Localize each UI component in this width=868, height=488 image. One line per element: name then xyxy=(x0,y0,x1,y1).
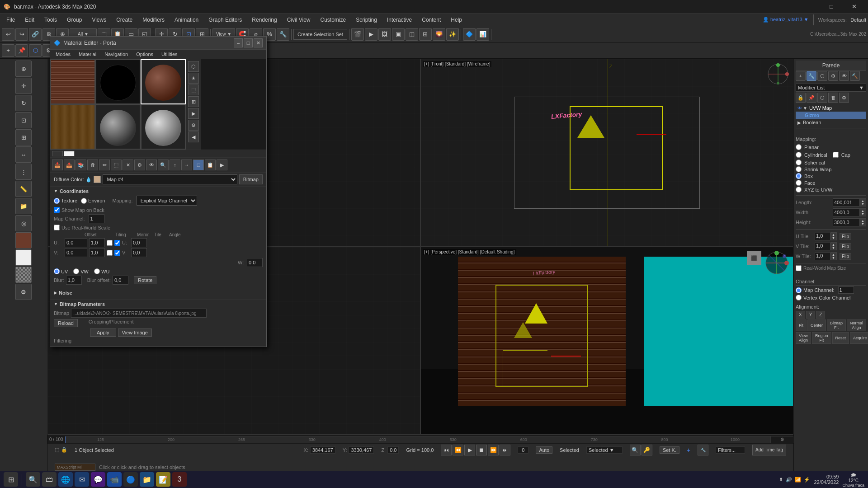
create-tab[interactable]: + xyxy=(796,71,806,81)
w-flip-button[interactable]: Flip xyxy=(840,253,851,260)
selected-dropdown[interactable]: Selected ▼ xyxy=(586,446,623,454)
u-tile-input[interactable]: 1,0 ▲▼ xyxy=(815,232,837,240)
create-selection-set-button[interactable]: Create Selection Set xyxy=(293,29,347,40)
mat-select-prev[interactable]: ◀ xyxy=(188,131,199,142)
swatch2[interactable] xyxy=(64,151,75,156)
width-value[interactable]: 4000,0 xyxy=(833,208,860,216)
left-move[interactable]: ✛ xyxy=(15,78,32,94)
mat-menu-options[interactable]: Options xyxy=(132,51,157,58)
render-prod[interactable]: ▣ xyxy=(392,28,405,41)
lock-mod[interactable]: 🔒 xyxy=(796,93,806,103)
set-key-button[interactable]: Set K. xyxy=(660,446,679,454)
select-by-material[interactable]: ⬚ xyxy=(111,160,122,170)
sticky-taskbar[interactable]: 📝 xyxy=(156,472,170,487)
face-radio[interactable]: Face xyxy=(796,180,866,186)
bitmap-params-header[interactable]: ▼ Bitmap Parameters xyxy=(54,301,263,307)
mat-sample-uv[interactable]: ⊞ xyxy=(188,96,199,107)
menu-customize[interactable]: Customize xyxy=(316,14,351,26)
align-x-btn[interactable]: X xyxy=(796,311,805,319)
tray-icon4[interactable]: ⚡ xyxy=(804,477,810,483)
normal-align-btn[interactable]: Normal Align xyxy=(847,319,866,331)
mat-slot-sphere-gray[interactable] xyxy=(95,104,141,150)
height-spinner[interactable]: ▲▼ xyxy=(860,218,866,226)
play-button[interactable]: ▶ xyxy=(464,445,475,455)
goto-end[interactable]: ⏭ xyxy=(500,445,510,455)
planar-radio[interactable]: Planar xyxy=(796,144,866,150)
real-world-map-size[interactable]: Real-World Map Size xyxy=(796,265,866,271)
u-tiling-input[interactable] xyxy=(89,238,105,247)
mat-slot-wood[interactable] xyxy=(50,104,95,150)
teams-taskbar[interactable]: 💬 xyxy=(91,472,105,487)
real-world-map-checkbox[interactable] xyxy=(796,265,802,271)
rotate-button[interactable]: Rotate xyxy=(134,276,156,284)
tray-icon1[interactable]: ⬆ xyxy=(779,477,783,483)
blur-input[interactable] xyxy=(66,276,82,285)
mapping-type-select[interactable]: Explicit Map Channel xyxy=(137,196,197,206)
get-material[interactable]: 📥 xyxy=(52,160,63,170)
xyz-to-uvw-radio[interactable]: XYZ to UVW xyxy=(796,187,866,192)
explorer-taskbar[interactable]: 📁 xyxy=(140,472,154,487)
coord-header[interactable]: ▼ Coordinates xyxy=(54,188,263,194)
zoom-taskbar[interactable]: 📹 xyxy=(107,472,122,487)
workspaces-value[interactable]: Default xyxy=(850,17,866,23)
noise-header[interactable]: ▶ Noise xyxy=(54,290,263,296)
maximize-button[interactable]: □ xyxy=(821,0,842,14)
w-tile-spinner[interactable]: ▲▼ xyxy=(830,252,837,260)
v-offset-input[interactable] xyxy=(65,248,87,257)
effects[interactable]: ✨ xyxy=(446,28,459,41)
mat-editor-maximize[interactable]: □ xyxy=(244,38,253,47)
uv-radio[interactable]: UV xyxy=(54,268,68,274)
tb2-pin[interactable]: 📌 xyxy=(15,44,28,57)
menu-views[interactable]: Views xyxy=(87,14,111,26)
length-spinner[interactable]: ▲▼ xyxy=(860,198,866,206)
left-color[interactable] xyxy=(15,232,32,249)
v-tile-check[interactable] xyxy=(114,250,120,256)
edit-material[interactable]: ✏ xyxy=(99,160,110,170)
settings-mod[interactable]: ⚙ xyxy=(839,93,849,103)
render-active[interactable]: ⊞ xyxy=(419,28,432,41)
cylindrical-radio[interactable]: Cylindrical xyxy=(796,152,827,158)
length-input-group[interactable]: 400,001 ▲▼ xyxy=(833,198,866,206)
menu-scripting[interactable]: Scripting xyxy=(351,14,382,26)
auto-key-button[interactable]: Auto xyxy=(536,446,552,454)
stop-button[interactable]: ⏹ xyxy=(476,445,487,455)
menu-file[interactable]: File xyxy=(2,14,19,26)
render-iter[interactable]: ◫ xyxy=(406,28,418,41)
map-channel-radio-input[interactable] xyxy=(796,287,802,293)
tray-icon2[interactable]: 🔊 xyxy=(786,477,792,483)
windows-button[interactable]: ⊞ xyxy=(4,472,18,487)
render-setup[interactable]: 🎬 xyxy=(351,28,364,41)
mail-taskbar[interactable]: ✉ xyxy=(75,472,89,487)
redo-button[interactable]: ↪ xyxy=(15,28,28,41)
v-mirror-check[interactable] xyxy=(107,250,113,256)
menu-group[interactable]: Group xyxy=(62,14,86,26)
put-to-library[interactable]: 📚 xyxy=(75,160,86,170)
mat-sample-type[interactable]: ⬡ xyxy=(188,61,199,72)
environment[interactable]: 🌄 xyxy=(433,28,445,41)
w-angle-input[interactable] xyxy=(247,258,263,267)
menu-interactive[interactable]: Interactive xyxy=(382,14,416,26)
view-cube[interactable]: ⬛ xyxy=(747,251,761,265)
undo-button[interactable]: ↩ xyxy=(2,28,14,41)
display-tab[interactable]: 👁 xyxy=(839,71,849,81)
quick-render[interactable]: ▶ xyxy=(365,28,377,41)
width-input-group[interactable]: 4000,0 ▲▼ xyxy=(833,208,866,216)
menu-animation[interactable]: Animation xyxy=(170,14,203,26)
menu-edit[interactable]: Edit xyxy=(20,14,39,26)
mat-options2[interactable]: ⚙ xyxy=(134,160,145,170)
bitmap-type-button[interactable]: Bitmap xyxy=(239,174,263,184)
pin-mod[interactable]: 📌 xyxy=(807,93,816,103)
box-radio[interactable]: Box xyxy=(796,173,866,179)
height-value[interactable]: 3000,0 xyxy=(833,218,860,226)
mat-editor-close[interactable]: ✕ xyxy=(254,38,263,47)
show-on-back-checkbox[interactable] xyxy=(54,207,60,213)
mat-slot-black[interactable] xyxy=(95,59,141,104)
center-btn[interactable]: Center xyxy=(807,319,826,331)
mat-editor-minimize[interactable]: – xyxy=(234,38,243,47)
close-button[interactable]: ✕ xyxy=(844,0,864,14)
apply-button[interactable]: Apply xyxy=(90,328,116,337)
delete-material[interactable]: 🗑 xyxy=(87,160,98,170)
wu-radio[interactable]: WU xyxy=(94,268,109,274)
left-mirror[interactable]: ↔ xyxy=(15,146,32,163)
link-button[interactable]: 🔗 xyxy=(29,28,42,41)
